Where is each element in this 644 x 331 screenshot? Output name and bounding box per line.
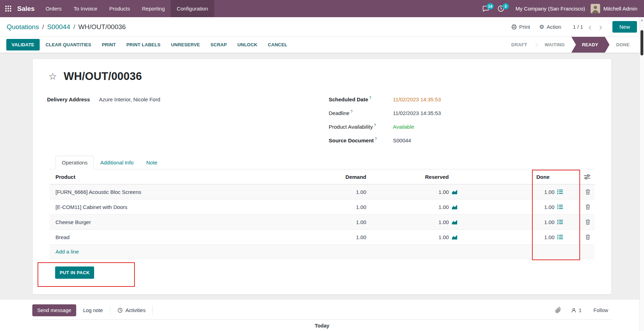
- product-cell[interactable]: Bread: [50, 234, 307, 240]
- delivery-address-value[interactable]: Azure Interior, Nicole Ford: [99, 96, 160, 102]
- follow-button[interactable]: Follow: [591, 307, 610, 313]
- header-reserved[interactable]: Reserved: [366, 174, 460, 180]
- nav-item-to-invoice[interactable]: To Invoice: [68, 0, 104, 17]
- favorite-star-button[interactable]: ☆: [48, 72, 57, 81]
- table-row[interactable]: [E-COM11] Cabinet with Doors 1.00 1.00 1…: [50, 200, 594, 215]
- reserved-value[interactable]: 1.00: [439, 204, 449, 210]
- header-product[interactable]: Product: [50, 174, 307, 180]
- done-value[interactable]: 1.00: [544, 189, 554, 195]
- done-cell[interactable]: 1.00: [460, 204, 566, 210]
- table-row[interactable]: Bread 1.00 1.00 1.00: [50, 230, 594, 245]
- forecast-report-icon[interactable]: [452, 204, 458, 210]
- reserved-cell[interactable]: 1.00: [366, 234, 460, 240]
- done-value[interactable]: 1.00: [544, 234, 554, 240]
- header-demand[interactable]: Demand: [307, 174, 366, 180]
- header-done[interactable]: Done: [460, 174, 566, 180]
- statusbar: DRAFT WAITING READY DONE: [505, 37, 644, 53]
- status-step-draft[interactable]: DRAFT: [505, 37, 534, 53]
- scrollbar-thumb[interactable]: [640, 30, 643, 55]
- delete-row-button[interactable]: [585, 234, 590, 240]
- put-in-pack-button[interactable]: PUT IN PACK: [55, 266, 94, 279]
- toggle-columns-button[interactable]: [584, 174, 590, 180]
- unreserve-button[interactable]: UNRESERVE: [166, 39, 204, 50]
- new-button[interactable]: New: [612, 21, 637, 33]
- status-step-waiting[interactable]: WAITING: [538, 37, 571, 53]
- breadcrumb-link-s00044[interactable]: S00044: [47, 23, 70, 31]
- nav-item-configuration[interactable]: Configuration: [171, 0, 214, 17]
- demand-cell[interactable]: 1.00: [307, 204, 366, 210]
- scheduled-date-label: Scheduled Date?: [329, 96, 393, 102]
- done-cell[interactable]: 1.00: [460, 189, 566, 195]
- done-value[interactable]: 1.00: [544, 219, 554, 225]
- product-cell[interactable]: Cheese Burger: [50, 219, 307, 225]
- print-labels-button[interactable]: PRINT LABELS: [122, 39, 165, 50]
- status-step-done[interactable]: DONE: [610, 37, 636, 53]
- scheduled-date-value[interactable]: 11/02/2023 14:35:53: [393, 96, 441, 102]
- send-message-button[interactable]: Send message: [32, 304, 76, 316]
- done-cell[interactable]: 1.00: [460, 219, 566, 225]
- done-value[interactable]: 1.00: [544, 204, 554, 210]
- clear-quantities-button[interactable]: CLEAR QUANTITIES: [41, 39, 96, 50]
- tab-note[interactable]: Note: [140, 156, 164, 169]
- followers-button[interactable]: 1: [569, 307, 584, 313]
- unlock-button[interactable]: UNLOCK: [233, 39, 262, 50]
- tab-additional-info[interactable]: Additional Info: [94, 156, 140, 169]
- validate-button[interactable]: VALIDATE: [6, 39, 40, 50]
- forecast-report-icon[interactable]: [452, 219, 458, 225]
- reserved-cell[interactable]: 1.00: [366, 219, 460, 225]
- scrollbar[interactable]: ▲: [639, 17, 644, 331]
- delete-row-button[interactable]: [585, 204, 590, 210]
- source-document-value[interactable]: S00044: [393, 137, 411, 143]
- forecast-report-icon[interactable]: [452, 235, 458, 240]
- user-avatar[interactable]: [591, 4, 600, 13]
- activities-menu-button[interactable]: 3: [493, 3, 508, 14]
- demand-cell[interactable]: 1.00: [307, 219, 366, 225]
- pager-previous-button[interactable]: ‹: [586, 22, 594, 32]
- app-brand[interactable]: Sales: [17, 0, 40, 17]
- delete-row-button[interactable]: [585, 189, 590, 195]
- company-switcher[interactable]: My Company (San Francisco): [508, 6, 591, 12]
- user-menu[interactable]: Mitchell Admin: [600, 6, 637, 12]
- reserved-value[interactable]: 1.00: [439, 219, 449, 225]
- reserved-value[interactable]: 1.00: [439, 234, 449, 240]
- cancel-button[interactable]: CANCEL: [263, 39, 292, 50]
- detailed-operations-icon[interactable]: [557, 219, 563, 224]
- scrap-button[interactable]: SCRAP: [206, 39, 231, 50]
- nav-item-orders[interactable]: Orders: [40, 0, 68, 17]
- product-cell[interactable]: [FURN_6666] Acoustic Bloc Screens: [50, 189, 307, 195]
- reserved-cell[interactable]: 1.00: [366, 189, 460, 195]
- tab-operations[interactable]: Operations: [55, 156, 94, 169]
- detailed-operations-icon[interactable]: [557, 189, 563, 194]
- navbar-systray: 14 3 My Company (San Francisco) Mitchell…: [478, 0, 644, 17]
- reserved-value[interactable]: 1.00: [439, 189, 449, 195]
- action-label: Action: [547, 24, 561, 30]
- reserved-cell[interactable]: 1.00: [366, 204, 460, 210]
- scrollbar-up-arrow[interactable]: ▲: [640, 19, 644, 22]
- nav-item-reporting[interactable]: Reporting: [136, 0, 171, 17]
- messages-menu-button[interactable]: 14: [478, 3, 493, 14]
- pager-next-button[interactable]: ›: [597, 22, 605, 32]
- print-menu-button[interactable]: Print: [508, 22, 533, 32]
- nav-item-products[interactable]: Products: [103, 0, 136, 17]
- breadcrumb-link-quotations[interactable]: Quotations: [7, 23, 39, 31]
- breadcrumb-separator: /: [73, 23, 75, 31]
- apps-menu-button[interactable]: [0, 0, 17, 17]
- print-action-button[interactable]: PRINT: [97, 39, 120, 50]
- detailed-operations-icon[interactable]: [557, 235, 563, 239]
- table-row[interactable]: Cheese Burger 1.00 1.00 1.00: [50, 215, 594, 230]
- action-menu-button[interactable]: ⚙ Action: [536, 22, 564, 32]
- delete-row-button[interactable]: [585, 219, 590, 225]
- demand-cell[interactable]: 1.00: [307, 189, 366, 195]
- activities-button[interactable]: Activities: [115, 304, 147, 316]
- demand-cell[interactable]: 1.00: [307, 234, 366, 240]
- table-row[interactable]: [FURN_6666] Acoustic Bloc Screens 1.00 1…: [50, 184, 594, 200]
- done-cell[interactable]: 1.00: [460, 234, 566, 240]
- attach-files-button[interactable]: [555, 307, 561, 313]
- product-cell[interactable]: [E-COM11] Cabinet with Doors: [50, 204, 307, 210]
- log-note-button[interactable]: Log note: [81, 304, 105, 316]
- forecast-report-icon[interactable]: [452, 189, 458, 195]
- detailed-operations-icon[interactable]: [557, 204, 563, 209]
- add-line-link[interactable]: Add a line: [50, 249, 79, 255]
- deadline-value[interactable]: 11/02/2023 14:35:53: [393, 110, 441, 116]
- status-step-ready[interactable]: READY: [571, 37, 610, 53]
